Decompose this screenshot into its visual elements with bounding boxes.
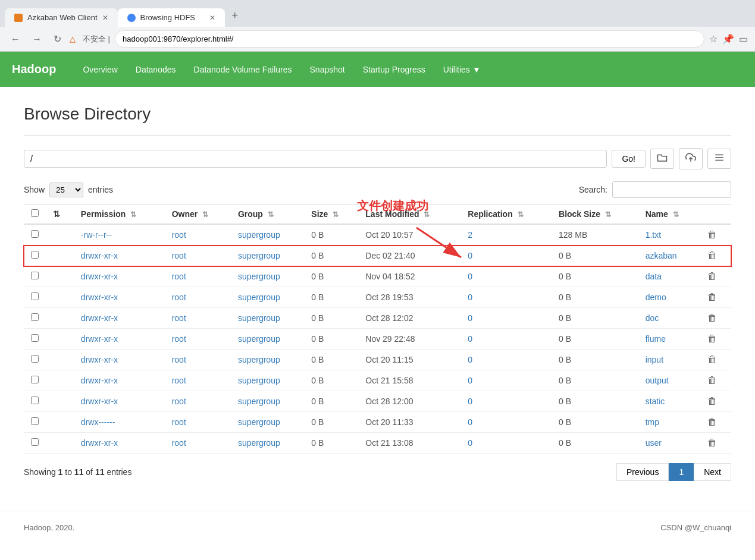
row-checkbox[interactable] [31,355,39,363]
replication-link[interactable]: 0 [468,355,472,364]
tab-hdfs-close[interactable]: ✕ [209,14,215,22]
name-link[interactable]: doc [646,313,659,323]
header-group[interactable]: Group ⇅ [231,205,304,225]
header-sort-icon[interactable]: ⇅ [46,205,74,225]
name-link[interactable]: 1.txt [646,230,661,240]
group-link[interactable]: supergroup [238,292,280,302]
delete-icon[interactable]: 🗑 [707,354,717,364]
pin-icon[interactable]: 📌 [722,33,734,45]
nav-overview[interactable]: Overview [74,54,126,85]
name-link[interactable]: flume [646,334,666,344]
owner-link[interactable]: root [172,230,186,240]
group-link[interactable]: supergroup [238,355,280,364]
name-link[interactable]: output [646,376,669,385]
replication-link[interactable]: 0 [468,397,472,406]
name-link[interactable]: data [646,272,662,281]
delete-icon[interactable]: 🗑 [707,417,717,427]
replication-link[interactable]: 0 [468,313,472,323]
tab-azkaban-close[interactable]: ✕ [102,14,108,22]
delete-icon[interactable]: 🗑 [707,438,717,448]
owner-link[interactable]: root [172,313,186,323]
row-checkbox[interactable] [31,417,39,425]
list-icon-button[interactable] [707,149,731,169]
replication-link[interactable]: 0 [468,417,472,427]
owner-link[interactable]: root [172,397,186,406]
forward-button[interactable]: → [29,32,45,47]
page-1-button[interactable]: 1 [669,463,694,481]
delete-icon[interactable]: 🗑 [707,334,717,344]
header-owner[interactable]: Owner ⇅ [165,205,231,225]
owner-link[interactable]: root [172,334,186,344]
permission-link[interactable]: drwxr-xr-x [81,376,118,385]
replication-link[interactable]: 0 [468,438,472,448]
go-button[interactable]: Go! [612,150,646,168]
row-checkbox[interactable] [31,251,39,259]
next-button[interactable]: Next [694,463,731,481]
owner-link[interactable]: root [172,272,186,281]
permission-link[interactable]: drwxr-xr-x [81,397,118,406]
row-checkbox[interactable] [31,230,39,238]
group-link[interactable]: supergroup [238,376,280,385]
permission-link[interactable]: drwxr-xr-x [81,355,118,364]
permission-link[interactable]: drwxr-xr-x [81,272,118,281]
path-input[interactable] [24,150,607,168]
replication-link[interactable]: 0 [468,376,472,385]
delete-icon[interactable]: 🗑 [707,375,717,385]
select-all-checkbox[interactable] [31,209,39,217]
name-link[interactable]: user [646,438,662,448]
address-input[interactable] [115,30,704,48]
delete-icon[interactable]: 🗑 [707,396,717,406]
delete-icon[interactable]: 🗑 [707,250,717,260]
group-link[interactable]: supergroup [238,397,280,406]
upload-icon-button[interactable] [679,148,703,169]
delete-icon[interactable]: 🗑 [707,292,717,302]
entries-select[interactable]: 10 25 50 100 [49,183,83,197]
group-link[interactable]: supergroup [238,417,280,427]
name-link[interactable]: input [646,355,663,364]
permission-link[interactable]: drwxr-xr-x [81,438,118,448]
refresh-button[interactable]: ↻ [50,31,65,47]
nav-startup-progress[interactable]: Startup Progress [354,54,434,85]
nav-utilities[interactable]: Utilities ▼ [434,54,490,85]
owner-link[interactable]: root [172,251,186,260]
group-link[interactable]: supergroup [238,313,280,323]
name-link[interactable]: tmp [646,417,659,427]
delete-icon[interactable]: 🗑 [707,313,717,323]
extend-icon[interactable]: ▭ [739,33,748,45]
replication-link[interactable]: 0 [468,272,472,281]
owner-link[interactable]: root [172,376,186,385]
header-permission[interactable]: Permission ⇅ [74,205,165,225]
new-tab-button[interactable]: + [225,5,246,27]
header-block-size[interactable]: Block Size ⇅ [552,205,638,225]
row-checkbox[interactable] [31,438,39,446]
group-link[interactable]: supergroup [238,334,280,344]
header-last-modified[interactable]: Last Modified ⇅ [358,205,460,225]
delete-icon[interactable]: 🗑 [707,229,717,240]
nav-datanodes[interactable]: Datanodes [127,54,185,85]
group-link[interactable]: supergroup [238,230,280,240]
header-replication[interactable]: Replication ⇅ [460,205,552,225]
replication-link[interactable]: 0 [468,251,472,260]
owner-link[interactable]: root [172,438,186,448]
owner-link[interactable]: root [172,292,186,302]
group-link[interactable]: supergroup [238,438,280,448]
permission-link[interactable]: drwxr-xr-x [81,251,118,260]
previous-button[interactable]: Previous [616,463,669,481]
tab-hdfs[interactable]: Browsing HDFS ✕ [118,8,225,27]
bookmark-icon[interactable]: ☆ [709,33,718,45]
permission-link[interactable]: drwxr-xr-x [81,313,118,323]
row-checkbox[interactable] [31,272,39,279]
row-checkbox[interactable] [31,397,39,404]
row-checkbox[interactable] [31,334,39,342]
group-link[interactable]: supergroup [238,251,280,260]
row-checkbox[interactable] [31,376,39,383]
header-name[interactable]: Name ⇅ [638,205,700,225]
replication-link[interactable]: 2 [468,230,472,240]
name-link[interactable]: azkaban [646,251,677,260]
permission-link[interactable]: -rw-r--r-- [81,230,112,240]
back-button[interactable]: ← [7,32,24,47]
group-link[interactable]: supergroup [238,272,280,281]
row-checkbox[interactable] [31,313,39,321]
header-size[interactable]: Size ⇅ [304,205,358,225]
replication-link[interactable]: 0 [468,292,472,302]
